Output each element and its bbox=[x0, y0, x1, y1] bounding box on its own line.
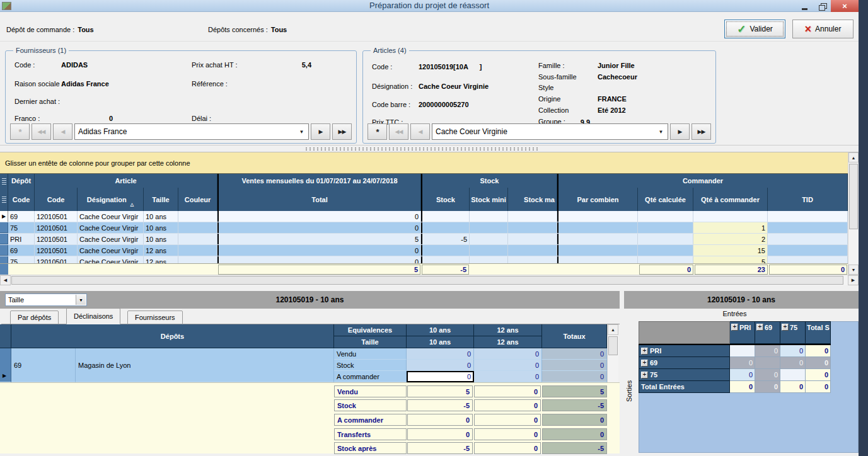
matrix-col-69[interactable]: +69 bbox=[755, 321, 780, 344]
previous-record-button[interactable]: ◀ bbox=[53, 123, 72, 140]
col-stock-mini[interactable]: Stock mini bbox=[470, 188, 508, 211]
expand-icon[interactable]: + bbox=[756, 324, 763, 331]
grid-vertical-scrollbar[interactable]: ▲ ▼ bbox=[848, 152, 859, 275]
col-taille[interactable]: Taille bbox=[144, 188, 178, 211]
article-combobox[interactable]: Cache Coeur Virginie ▼ bbox=[432, 123, 668, 140]
subrow-value[interactable]: 0 bbox=[474, 348, 542, 360]
subrow-value[interactable]: 0 bbox=[474, 371, 542, 382]
previous-record-button[interactable]: ◀ bbox=[410, 123, 430, 140]
first-record-button[interactable]: ◀◀ bbox=[389, 123, 408, 140]
tab-fournisseurs[interactable]: Fournisseurs bbox=[127, 311, 183, 324]
scroll-thumb[interactable] bbox=[608, 336, 618, 355]
matrix-cell[interactable]: 0 bbox=[730, 369, 755, 381]
col-depot-code[interactable]: Code bbox=[8, 188, 35, 211]
matrix-col-75[interactable]: +75 bbox=[780, 321, 806, 344]
subrow-value[interactable]: 0 bbox=[407, 348, 474, 360]
depot-name-cell[interactable]: Magasin de Lyon bbox=[76, 348, 334, 382]
designation-label: Désignation : bbox=[372, 83, 412, 90]
col-size1-equiv[interactable]: 10 ans bbox=[407, 324, 474, 336]
matrix-row-75[interactable]: +75 bbox=[639, 369, 730, 381]
cell-qte-a-commander[interactable]: 2 bbox=[693, 234, 768, 244]
scroll-right-icon[interactable]: ▶ bbox=[848, 275, 859, 285]
expand-icon[interactable]: + bbox=[731, 324, 738, 331]
depot-code-cell[interactable]: 69 bbox=[11, 348, 76, 382]
matrix-row-69[interactable]: +69 bbox=[639, 357, 730, 369]
col-qte-a-commander[interactable]: Qté à commander bbox=[693, 188, 768, 211]
col-size1[interactable]: 10 ans bbox=[407, 336, 474, 348]
matrix-cell[interactable]: 0 bbox=[730, 357, 755, 369]
origine-label: Origine bbox=[538, 95, 560, 103]
matrix-row-pri[interactable]: +PRI bbox=[639, 345, 730, 357]
cell-qte-a-commander[interactable] bbox=[693, 211, 768, 222]
col-designation[interactable]: Désignation△ bbox=[78, 188, 144, 211]
col-article-code[interactable]: Code bbox=[35, 188, 78, 211]
group-stock[interactable]: Stock bbox=[421, 174, 557, 188]
group-ventes[interactable]: Ventes mensuelles du 01/07/2017 au 24/07… bbox=[217, 174, 421, 188]
group-commander[interactable]: Commander bbox=[557, 174, 848, 188]
scroll-down-icon[interactable]: ▼ bbox=[848, 265, 859, 275]
expand-icon[interactable]: + bbox=[641, 348, 648, 355]
table-row[interactable]: ▶ 69 12010501 Cache Coeur Virgir 10 ans … bbox=[0, 211, 848, 222]
chevron-down-icon[interactable]: ▼ bbox=[656, 125, 666, 138]
table-row[interactable]: 75 12010501 Cache Coeur Virgir 10 ans 0 … bbox=[0, 222, 848, 234]
fournisseurs-legend: Fournisseurs (1) bbox=[13, 47, 69, 54]
expand-icon[interactable]: + bbox=[641, 360, 648, 367]
scroll-left-icon[interactable]: ◀ bbox=[0, 275, 11, 285]
scroll-up-icon[interactable]: ▲ bbox=[608, 324, 618, 335]
scroll-thumb[interactable] bbox=[11, 276, 843, 285]
valider-button[interactable]: ✓ Valider bbox=[724, 20, 785, 38]
scroll-thumb[interactable] bbox=[849, 164, 858, 229]
col-par-combien[interactable]: Par combien bbox=[557, 188, 638, 211]
col-size2-equiv[interactable]: 12 ans bbox=[474, 324, 542, 336]
close-button[interactable]: × bbox=[831, 0, 859, 12]
group-depot[interactable]: Dépôt bbox=[8, 174, 35, 188]
chevron-down-icon[interactable]: ▼ bbox=[296, 125, 307, 138]
group-article[interactable]: Article bbox=[35, 174, 217, 188]
next-record-button[interactable]: ▶ bbox=[670, 123, 690, 140]
matrix-cell[interactable]: 0 bbox=[755, 345, 780, 357]
matrix-cell[interactable]: 0 bbox=[780, 357, 806, 369]
table-row[interactable]: 69 12010501 Cache Coeur Virgir 12 ans 0 … bbox=[0, 245, 848, 256]
subrow-value[interactable]: 0 bbox=[407, 360, 474, 371]
app-icon bbox=[2, 2, 11, 10]
cell-qte-a-commander[interactable]: 1 bbox=[693, 222, 768, 233]
col-taille[interactable]: Taille bbox=[334, 336, 407, 348]
col-size2[interactable]: 12 ans bbox=[474, 336, 542, 348]
col-couleur[interactable]: Couleur bbox=[178, 188, 217, 211]
col-stock[interactable]: Stock bbox=[421, 188, 470, 211]
title-bar[interactable]: Préparation du projet de réassort × bbox=[0, 0, 859, 12]
new-record-button[interactable]: * bbox=[10, 123, 30, 140]
new-record-button[interactable]: * bbox=[367, 123, 387, 140]
col-totaux[interactable]: Totaux bbox=[542, 324, 607, 348]
expand-icon[interactable]: + bbox=[782, 324, 789, 331]
last-record-button[interactable]: ▶▶ bbox=[692, 123, 711, 140]
expand-icon[interactable]: + bbox=[641, 372, 648, 379]
restore-button[interactable] bbox=[813, 0, 831, 12]
cell-qte-a-commander[interactable]: 15 bbox=[693, 245, 768, 256]
tab-par-depots[interactable]: Par dépôts bbox=[10, 311, 59, 324]
col-equivalences[interactable]: Equivalences bbox=[334, 324, 407, 336]
minimize-button[interactable] bbox=[796, 0, 813, 12]
col-qte-calculee[interactable]: Qté calculée bbox=[638, 188, 693, 211]
grid-horizontal-scrollbar[interactable]: ◀ ▶ bbox=[0, 275, 859, 285]
subrow-value[interactable]: 0 bbox=[474, 360, 542, 371]
col-tid[interactable]: TID bbox=[768, 188, 848, 211]
size-filter-combobox[interactable]: Taille ▼ bbox=[5, 294, 87, 306]
annuler-button[interactable]: × Annuler bbox=[792, 20, 854, 38]
splitter[interactable] bbox=[0, 145, 859, 152]
table-row[interactable]: PRI 12010501 Cache Coeur Virgir 10 ans 5… bbox=[0, 234, 848, 245]
first-record-button[interactable]: ◀◀ bbox=[32, 123, 51, 140]
chevron-down-icon[interactable]: ▼ bbox=[76, 295, 86, 305]
col-stock-maxi[interactable]: Stock ma bbox=[508, 188, 557, 211]
tab-declinaisons[interactable]: Déclinaisons bbox=[66, 308, 120, 324]
last-record-button[interactable]: ▶▶ bbox=[332, 123, 352, 140]
col-depots[interactable]: Dépôts bbox=[11, 324, 334, 348]
scroll-up-icon[interactable]: ▲ bbox=[848, 152, 859, 162]
subrow-value-editing[interactable]: 0 bbox=[407, 371, 474, 382]
fournisseur-combobox[interactable]: Adidas France ▼ bbox=[74, 123, 309, 140]
matrix-col-pri[interactable]: +PRI bbox=[730, 321, 755, 344]
col-total[interactable]: Total bbox=[217, 188, 421, 211]
matrix-cell[interactable]: 0 bbox=[780, 345, 806, 357]
next-record-button[interactable]: ▶ bbox=[311, 123, 330, 140]
matrix-cell[interactable]: 0 bbox=[755, 369, 780, 381]
